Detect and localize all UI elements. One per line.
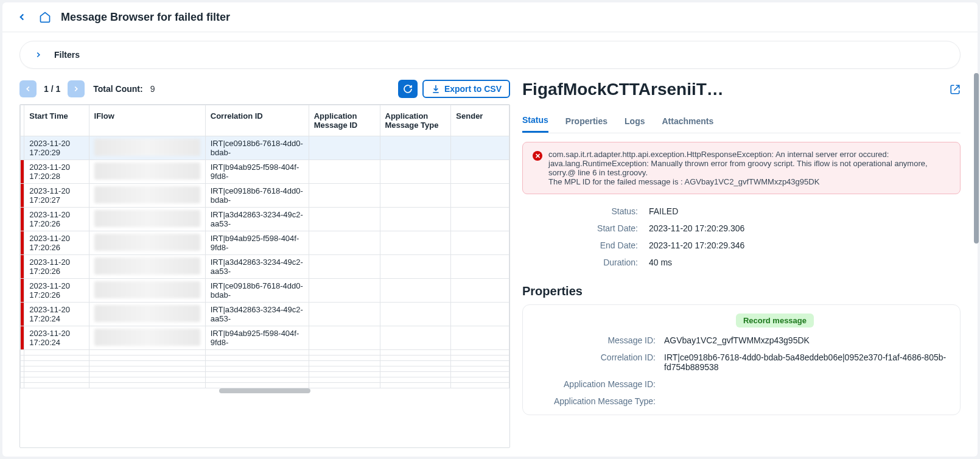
cell-start-time (24, 377, 89, 383)
col-correlation-id[interactable]: Correlation ID (205, 105, 309, 136)
table-row[interactable] (21, 366, 509, 372)
cell-empty (380, 366, 451, 372)
home-button[interactable] (38, 10, 52, 24)
col-iflow[interactable]: IFlow (89, 105, 205, 136)
cell-correlation-id: IRT|b94ab925-f598-404f-9fd8- (205, 160, 309, 184)
cell-iflow (89, 255, 205, 279)
cell-empty (309, 255, 380, 279)
cell-empty (309, 356, 380, 361)
pager-next-button[interactable] (68, 80, 85, 97)
cell-empty (451, 361, 509, 366)
error-text: com.sap.it.rt.adapter.http.api.exception… (548, 150, 950, 186)
table-row[interactable]: 2023-11-20 17:20:26IRT|ce0918b6-7618-4dd… (21, 279, 509, 303)
status-label: Status: (528, 206, 638, 216)
duration-label: Duration: (528, 258, 638, 267)
cell-start-time: 2023-11-20 17:20:26 (24, 279, 89, 303)
table-row[interactable] (21, 377, 509, 383)
cell-start-time (24, 361, 89, 366)
table-row[interactable]: 2023-11-20 17:20:27IRT|ce0918b6-7618-4dd… (21, 184, 509, 208)
cell-correlation-id: IRT|ce0918b6-7618-4dd0-bdab- (205, 279, 309, 303)
cell-correlation-id: IRT|ce0918b6-7618-4dd0-bdab- (205, 184, 309, 208)
cell-correlation-id (205, 356, 309, 361)
cell-start-time (24, 350, 89, 356)
table-row[interactable]: 2023-11-20 17:20:26IRT|a3d42863-3234-49c… (21, 208, 509, 231)
cell-empty (451, 208, 509, 231)
cell-iflow (89, 160, 205, 184)
cell-correlation-id: IRT|a3d42863-3234-49c2-aa53- (205, 303, 309, 326)
messages-table[interactable]: Start Time IFlow Correlation ID Applicat… (19, 104, 510, 448)
tab-attachments[interactable]: Attachments (662, 109, 714, 133)
chevron-right-icon (31, 47, 46, 62)
pager-prev-button[interactable] (19, 80, 37, 97)
tab-status[interactable]: Status (522, 109, 548, 133)
download-icon (431, 84, 441, 94)
table-row[interactable]: 2023-11-20 17:20:26IRT|b94ab925-f598-404… (21, 231, 509, 255)
home-icon (39, 11, 51, 23)
table-row[interactable] (21, 350, 509, 356)
cell-correlation-id (205, 350, 309, 356)
detail-pane: FigafMockCTTArseniiT… Status Properties … (522, 76, 961, 448)
table-row[interactable] (21, 361, 509, 366)
table-row[interactable] (21, 356, 509, 361)
col-sender[interactable]: Sender (451, 105, 509, 136)
open-external-button[interactable] (950, 84, 961, 95)
cell-iflow (89, 372, 205, 377)
col-app-msg-type[interactable]: Application Message Type (380, 105, 451, 136)
cell-iflow (89, 303, 205, 326)
properties-section-title: Properties (522, 284, 961, 298)
table-row[interactable]: 2023-11-20 17:20:24IRT|a3d42863-3234-49c… (21, 303, 509, 326)
filters-label: Filters (54, 50, 80, 60)
cell-correlation-id (205, 372, 309, 377)
cell-empty (380, 184, 451, 208)
cell-empty (380, 303, 451, 326)
vertical-scrollbar[interactable] (974, 73, 979, 244)
cell-empty (309, 279, 380, 303)
cell-empty (309, 303, 380, 326)
export-csv-button[interactable]: Export to CSV (422, 80, 510, 98)
pager-indicator: 1 / 1 (41, 84, 63, 94)
cell-correlation-id: IRT|b94ab925-f598-404f-9fd8- (205, 326, 309, 350)
table-row[interactable]: 2023-11-20 17:20:26IRT|a3d42863-3234-49c… (21, 255, 509, 279)
cell-empty (451, 160, 509, 184)
cell-empty (380, 361, 451, 366)
table-row[interactable] (21, 372, 509, 377)
cell-empty (309, 136, 380, 160)
tab-logs[interactable]: Logs (625, 109, 645, 133)
error-message-box: ✕ com.sap.it.rt.adapter.http.api.excepti… (522, 142, 961, 194)
app-msg-id-label: Application Message ID: (534, 379, 656, 389)
cell-empty (451, 255, 509, 279)
cell-empty (451, 383, 509, 388)
cell-empty (380, 350, 451, 356)
table-row[interactable] (21, 383, 509, 388)
cell-iflow (89, 377, 205, 383)
cell-iflow (89, 184, 205, 208)
cell-empty (309, 377, 380, 383)
filters-bar[interactable]: Filters (19, 41, 961, 69)
back-button[interactable] (15, 10, 29, 24)
cell-empty (451, 356, 509, 361)
col-start-time[interactable]: Start Time (24, 105, 89, 136)
status-summary: Status: FAILED Start Date: 2023-11-20 17… (522, 203, 961, 271)
table-row[interactable]: 2023-11-20 17:20:24IRT|b94ab925-f598-404… (21, 326, 509, 350)
cell-correlation-id: IRT|ce0918b6-7618-4dd0-bdab- (205, 136, 309, 160)
cell-empty (380, 372, 451, 377)
app-msg-id-value (664, 379, 949, 389)
cell-start-time: 2023-11-20 17:20:28 (24, 160, 89, 184)
end-date-value: 2023-11-20 17:20:29.346 (649, 240, 954, 250)
cell-iflow (89, 208, 205, 231)
total-count-label: Total Count: (93, 84, 142, 94)
record-message-button[interactable]: Record message (736, 314, 814, 328)
duration-value: 40 ms (649, 258, 954, 267)
refresh-button[interactable] (398, 80, 418, 98)
col-app-msg-id[interactable]: Application Message ID (309, 105, 380, 136)
tab-properties[interactable]: Properties (565, 109, 607, 133)
cell-empty (451, 372, 509, 377)
table-row[interactable]: 2023-11-20 17:20:29IRT|ce0918b6-7618-4dd… (21, 136, 509, 160)
cell-start-time: 2023-11-20 17:20:29 (24, 136, 89, 160)
cell-empty (380, 208, 451, 231)
table-row[interactable]: 2023-11-20 17:20:28IRT|b94ab925-f598-404… (21, 160, 509, 184)
horizontal-scrollbar[interactable] (219, 388, 310, 393)
total-count-value: 9 (150, 84, 155, 94)
app-msg-type-value (664, 396, 949, 406)
cell-start-time: 2023-11-20 17:20:26 (24, 231, 89, 255)
